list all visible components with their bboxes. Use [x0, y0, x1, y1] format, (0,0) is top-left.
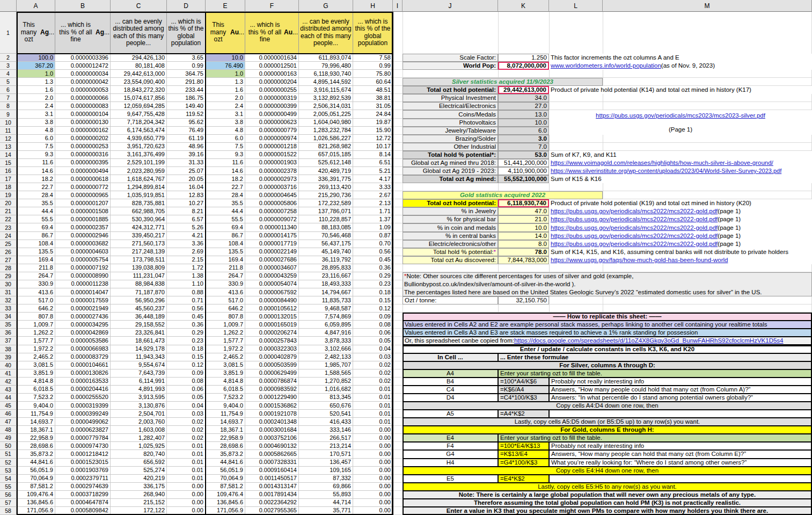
- cell-E21[interactable]: 44.4: [206, 207, 245, 215]
- cell-E37[interactable]: 1,577.7: [206, 337, 245, 345]
- cell-F4[interactable]: 0.0000000163: [245, 70, 299, 78]
- cell-H11[interactable]: 15.90: [353, 127, 393, 135]
- cell-B6[interactable]: 0.0000000053: [55, 86, 111, 94]
- cell-C15[interactable]: 2,529,101,199: [111, 159, 167, 167]
- cell-J44[interactable]: D4: [403, 394, 498, 402]
- cell-C42[interactable]: 6,114,991: [111, 378, 167, 386]
- header-cell-A1[interactable]: This many ozt Ag ...: [17, 12, 55, 54]
- cell-A8[interactable]: 2.4: [17, 102, 55, 110]
- cell-LM42[interactable]: Probably not really interesting info: [549, 378, 812, 386]
- cell-J14[interactable]: Total hold % potential*:: [403, 151, 498, 159]
- cell-G56[interactable]: 55,893: [299, 491, 353, 499]
- cell-B46[interactable]: 0.0000399249: [55, 410, 111, 418]
- cell-B12[interactable]: 0.0000000202: [55, 135, 111, 143]
- cell-E35[interactable]: 1,009.7: [206, 321, 245, 329]
- cell-LM43[interactable]: Answers, “How many people could hold tha…: [549, 386, 812, 394]
- cell-J22[interactable]: % for physical bar: [403, 215, 498, 223]
- cell-LM9[interactable]: https://pubs.usgs.gov/periodicals/mcs202…: [549, 110, 812, 134]
- row-header-2[interactable]: 2: [0, 54, 17, 62]
- row-header-19[interactable]: 19: [0, 191, 17, 199]
- cell-B36[interactable]: 0.0000042869: [55, 329, 111, 337]
- cell-B2[interactable]: 0.0000003396: [55, 54, 111, 62]
- cell-C2[interactable]: 294,426,130: [111, 54, 167, 62]
- cell-KM39[interactable]: ... Enter these formulae: [498, 353, 812, 361]
- cell-E32[interactable]: 517.0: [206, 296, 245, 304]
- row-header-22[interactable]: 22: [0, 215, 17, 223]
- cell-G36[interactable]: 4,847,916: [299, 329, 353, 337]
- cell-LM54[interactable]: [549, 475, 812, 483]
- cell-D9[interactable]: 119.52: [167, 110, 206, 118]
- cell-C55[interactable]: 336,175: [111, 483, 167, 491]
- cell-H48[interactable]: 0.00: [353, 426, 393, 434]
- cell-D32[interactable]: 0.71: [167, 296, 206, 304]
- cell-JM48[interactable]: For Gold, columns E through H:: [403, 426, 812, 434]
- cell-E23[interactable]: 69.4: [206, 223, 245, 231]
- row-header-36[interactable]: 36: [0, 329, 17, 337]
- row-header-5[interactable]: 5: [0, 78, 17, 86]
- cell-E8[interactable]: 2.4: [206, 102, 245, 110]
- row-header-8[interactable]: 8: [0, 102, 17, 110]
- cell-A46[interactable]: 11,754.9: [17, 410, 55, 418]
- cell-J39[interactable]: In Cell ...: [403, 353, 498, 361]
- row-header-24[interactable]: 24: [0, 232, 17, 240]
- cell-B49[interactable]: 0.0000779784: [55, 434, 111, 442]
- cell-E19[interactable]: 28.4: [206, 191, 245, 199]
- row-header-48[interactable]: 48: [0, 426, 17, 434]
- row-header-3[interactable]: 3: [0, 62, 17, 70]
- cell-J27[interactable]: Total ozt Au discovered:: [403, 256, 498, 264]
- cell-E43[interactable]: 6,018.5: [206, 386, 245, 394]
- cell-A18[interactable]: 22.7: [17, 183, 55, 191]
- col-header-J[interactable]: J: [403, 0, 498, 12]
- cell-C19[interactable]: 1,035,919,851: [111, 191, 167, 199]
- cell-F32[interactable]: 0.0000084490: [245, 296, 299, 304]
- row-header-26[interactable]: 26: [0, 248, 17, 256]
- cell-K10[interactable]: 10.0: [498, 119, 549, 127]
- cell-J54[interactable]: E5: [403, 475, 498, 483]
- cell-F18[interactable]: 0.0000003716: [245, 183, 299, 191]
- cell-E2[interactable]: 10.0: [206, 54, 245, 62]
- cell-J52[interactable]: H4: [403, 459, 498, 467]
- cell-K22[interactable]: 21.0: [498, 215, 549, 223]
- cell-J41[interactable]: A4: [403, 369, 498, 378]
- cell-D10[interactable]: 95.62: [167, 119, 206, 127]
- cell-D56[interactable]: 0.00: [167, 491, 206, 499]
- cell-H47[interactable]: 0.01: [353, 418, 393, 426]
- cell-A17[interactable]: 18.2: [17, 175, 55, 183]
- cell-E42[interactable]: 4,814.8: [206, 378, 245, 386]
- cell-K12[interactable]: 3.0: [498, 135, 549, 143]
- cell-F26[interactable]: 0.0000022149: [245, 248, 299, 256]
- cell-LM17[interactable]: Sum of K15 & K16: [549, 175, 812, 183]
- cell-G51[interactable]: 170,571: [299, 450, 353, 458]
- cell-C44[interactable]: 3,913,595: [111, 394, 167, 402]
- cell-H26[interactable]: 0.56: [353, 248, 393, 256]
- cell-F56[interactable]: 0.0017891434: [245, 491, 299, 499]
- cell-A10[interactable]: 3.8: [17, 119, 55, 127]
- cell-D45[interactable]: 0.04: [167, 402, 206, 410]
- cell-G48[interactable]: 333,146: [299, 426, 353, 434]
- cell-H52[interactable]: 0.00: [353, 459, 393, 467]
- cell-G9[interactable]: 2,005,051,225: [299, 110, 353, 118]
- cell-A53[interactable]: 56,051.9: [17, 467, 55, 475]
- cell-F43[interactable]: 0.0000983592: [245, 386, 299, 394]
- cell-JM53[interactable]: Copy cells E4:H4 down one row, then: [403, 467, 812, 475]
- cell-LM6[interactable]: Product of private hold potential (K14) …: [549, 86, 812, 94]
- cell-D23[interactable]: 5.26: [167, 223, 206, 231]
- row-header-53[interactable]: 53: [0, 467, 17, 475]
- cell-J25[interactable]: Electric/electronics/other: [403, 240, 498, 248]
- cell-JM37[interactable]: Or, this spreadsheet canbe copied from: …: [403, 337, 812, 345]
- cell-A40[interactable]: 3,081.5: [17, 361, 55, 369]
- cell-JM30[interactable]: Bullionbypost.co.uk/index/silver/amount-…: [403, 280, 812, 288]
- cell-E28[interactable]: 211.8: [206, 264, 245, 272]
- cell-B5[interactable]: 0.0000000042: [55, 78, 111, 86]
- row-header-13[interactable]: 13: [0, 143, 17, 151]
- cell-LM25[interactable]: https://pubs.usgs.gov/periodicals/mcs202…: [549, 240, 812, 248]
- cell-F13[interactable]: 0.0000001218: [245, 143, 299, 151]
- cell-H5[interactable]: 60.64: [353, 78, 393, 86]
- cell-G38[interactable]: 3,102,666: [299, 345, 353, 353]
- cell-E27[interactable]: 169.4: [206, 256, 245, 264]
- cell-A14[interactable]: 9.3: [17, 151, 55, 159]
- cell-F33[interactable]: 0.0000105612: [245, 304, 299, 313]
- cell-G32[interactable]: 11,835,733: [299, 296, 353, 304]
- cell-K44[interactable]: =C4*100/K$3: [498, 394, 549, 402]
- cell-J26[interactable]: Total hold % potential: *: [403, 248, 498, 256]
